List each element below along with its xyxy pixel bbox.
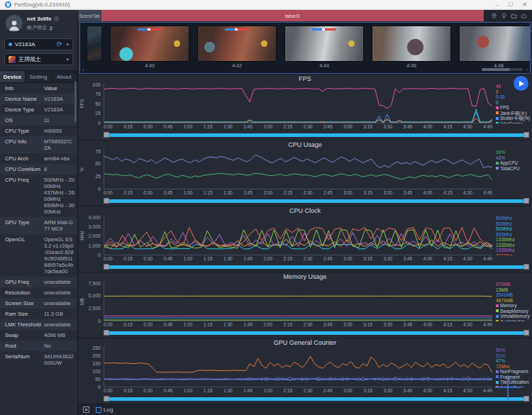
x-tick: 2:15 [284, 190, 293, 196]
screenshot-thumb[interactable]: 4:44 [284, 26, 364, 73]
x-tick: 3:30 [383, 124, 392, 130]
y-axis-ticks: 0255075100 [85, 83, 104, 123]
sidebar: net 3elife 账户信息 V2163A ⟳ ▾ 王牌战士 ▾ [0, 10, 78, 415]
legend-swatch [496, 122, 499, 123]
info-value: No [43, 341, 77, 351]
time-range-slider[interactable] [104, 198, 529, 204]
screenshot-thumb[interactable]: 4:48 [459, 26, 531, 73]
sidebar-tab-setting[interactable]: Setting [26, 71, 51, 82]
slider-handle-left[interactable] [104, 198, 109, 204]
folder-icon[interactable] [511, 13, 517, 19]
minimize-button[interactable]: – [496, 0, 499, 10]
maximize-button[interactable]: ☐ [508, 0, 513, 10]
legend-swatch [496, 370, 499, 373]
legend-item[interactable]: Fragment [496, 375, 531, 380]
legend-current-value: 1335Mhz [496, 237, 531, 243]
series-stutter [104, 112, 492, 123]
info-value: mt6893 [43, 126, 77, 136]
series-appcpu [104, 173, 492, 179]
info-value: OpenGL ES 3.2 v1.r26p0-01eac0.8289c9f246… [43, 234, 77, 277]
chart-plot[interactable] [104, 347, 492, 387]
log-checkbox[interactable]: Log [96, 406, 113, 413]
cloud-icon[interactable] [521, 13, 527, 19]
label-bar[interactable]: label1 [101, 10, 484, 21]
legend-item[interactable]: Jank卡顿(次) [496, 111, 531, 116]
bulb-icon[interactable] [501, 13, 507, 19]
slider-track[interactable] [109, 265, 524, 269]
slider-handle-right[interactable] [523, 264, 529, 270]
series-totalcpu [104, 155, 492, 167]
bottom-bar: Log [78, 404, 532, 415]
log-label: Log [104, 406, 113, 413]
chart-plot[interactable] [104, 83, 492, 123]
chart-title: GPU General Counter [78, 338, 532, 347]
screenshot-thumb[interactable]: 4:46 [372, 26, 451, 73]
account-info-label: 账户信息 [27, 24, 47, 31]
chart-plot[interactable] [104, 281, 492, 321]
legend-current-value: 500Mhz [496, 216, 531, 221]
strip-scroll-right-arrow[interactable]: › [526, 67, 528, 72]
x-axis-ticks: 0:000:150:300:451:001:151:301:452:002:15… [78, 321, 532, 328]
sidebar-tab-device[interactable]: Device [0, 71, 26, 82]
close-button[interactable]: ✕ [522, 0, 527, 10]
slider-handle-right[interactable] [523, 198, 529, 204]
account-area[interactable]: net 3elife 账户信息 [0, 10, 77, 35]
legend-item[interactable]: VirtualMemory [496, 314, 531, 319]
legend-item[interactable]: NonFragment [496, 369, 531, 375]
chart-title: CPU Usage [78, 140, 532, 149]
slider-track[interactable] [109, 199, 524, 203]
location-icon[interactable] [491, 13, 497, 19]
y-tick: 0 [98, 187, 101, 192]
legend-item[interactable]: FPS [496, 105, 531, 111]
x-tick: 3:15 [363, 322, 372, 328]
chart-legend: 500Mhz500Mhz500Mhz500Mhz1335Mhz1335Mhz13… [492, 215, 532, 255]
y-tick: 7,500 [88, 281, 101, 286]
time-range-slider[interactable] [104, 330, 529, 336]
slider-handle-right[interactable] [523, 330, 529, 336]
slider-track[interactable] [109, 331, 524, 335]
time-range-slider[interactable] [104, 396, 529, 402]
slider-track[interactable] [109, 133, 524, 137]
legend-item[interactable]: TilerUtilization [496, 380, 531, 385]
slider-handle-left[interactable] [104, 264, 109, 270]
x-tick: 1:45 [243, 322, 253, 328]
sidebar-tab-about[interactable]: About [52, 71, 77, 82]
legend-item[interactable]: AppCPU [496, 160, 531, 166]
legend-item[interactable]: Stutter卡顿(%) [496, 116, 531, 121]
slider-handle-right[interactable] [523, 396, 529, 402]
x-tick: 3:00 [343, 322, 353, 328]
legend-item[interactable]: InterFrame [496, 121, 531, 124]
expand-log-icon[interactable] [83, 406, 89, 413]
legend-item[interactable]: AvailableMe... [496, 319, 531, 322]
slider-handle-left[interactable] [104, 330, 109, 336]
legend-item[interactable]: Memory [496, 303, 531, 309]
screenshot-thumb-partial[interactable] [87, 26, 102, 73]
app-select[interactable]: 王牌战士 ▾ [4, 53, 73, 65]
legend-item[interactable]: SwapMemory [496, 309, 531, 314]
legend-item[interactable]: ActiveCycle [496, 385, 531, 388]
table-row: CPU Freq500MHz - 2000MHz 437MHz - 2600MH… [0, 175, 77, 217]
user-name: net 3elife [27, 16, 52, 22]
slider-handle-right[interactable] [523, 132, 529, 138]
legend-item[interactable]: TotalCPU [496, 166, 531, 172]
sidebar-scrollbar[interactable] [74, 81, 77, 122]
device-info-table: InfoValueDevice NameV2163ADevice TypeV21… [0, 83, 77, 368]
slider-track[interactable] [109, 397, 524, 401]
strip-scroll-left-arrow[interactable]: ‹ [82, 67, 84, 72]
chart-plot[interactable] [104, 149, 492, 189]
chart-plot[interactable] [104, 215, 492, 255]
x-tick: 0:15 [123, 190, 133, 196]
play-button[interactable] [514, 76, 528, 91]
screenshot-thumb[interactable]: 4:40 [110, 26, 189, 73]
scene-tab[interactable]: SceneTab [78, 10, 101, 21]
time-range-slider[interactable] [104, 132, 529, 138]
slider-handle-left[interactable] [104, 132, 109, 138]
x-tick: 3:15 [363, 124, 372, 130]
table-row: CPU Archarm64-v8a [0, 153, 77, 164]
slider-handle-left[interactable] [104, 396, 109, 402]
time-range-slider[interactable] [104, 264, 529, 270]
screenshot-thumb[interactable]: 4:42 [197, 26, 277, 73]
table-row: OS11 [0, 115, 77, 126]
device-select[interactable]: V2163A ⟳ ▾ [4, 38, 73, 50]
strip-scrollbar[interactable] [482, 68, 523, 71]
